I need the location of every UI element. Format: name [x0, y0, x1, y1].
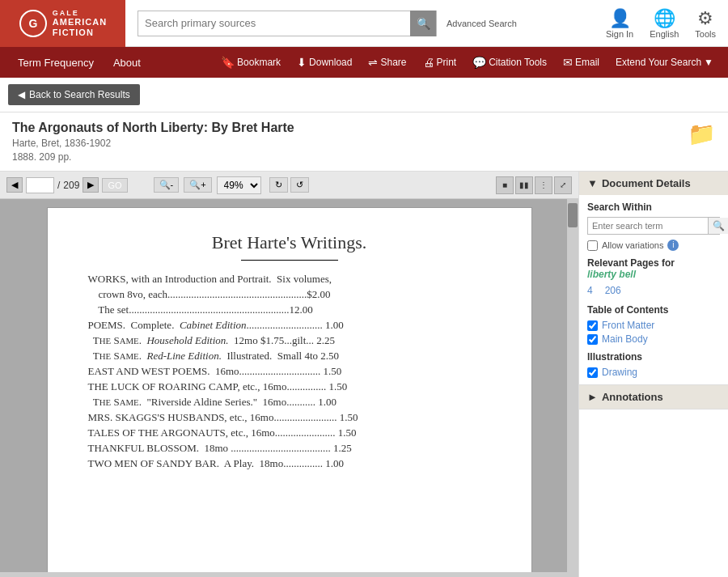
- allow-variations-row: Allow variations i: [587, 240, 720, 251]
- vertical-scrollbar[interactable]: [567, 199, 578, 577]
- document-details-body: Search Within 🔍 Allow variations i Relev…: [579, 195, 728, 384]
- gale-logo-icon: G: [19, 9, 48, 38]
- globe-icon: 🌐: [654, 8, 675, 29]
- document-header: The Argonauts of North Liberty: By Bret …: [0, 112, 728, 172]
- horizontal-scrollbar[interactable]: [0, 572, 578, 577]
- page-number-input[interactable]: 1: [26, 177, 54, 193]
- search-input[interactable]: [138, 17, 410, 29]
- refresh-button[interactable]: ↻: [269, 177, 288, 193]
- allow-variations-checkbox[interactable]: [587, 240, 598, 251]
- search-within-box[interactable]: 🔍: [587, 217, 720, 235]
- share-label: Share: [380, 57, 406, 68]
- extend-search-button[interactable]: Extend Your Search ▼: [609, 47, 720, 78]
- document-date-pages: 1888. 209 pp.: [12, 151, 294, 163]
- entry-7: THE LUCK OF ROARING CAMP, etc., 16mo....…: [88, 380, 491, 393]
- extend-search-arrow: ▼: [704, 57, 713, 68]
- citation-label: Citation Tools: [489, 57, 547, 68]
- svg-text:G: G: [28, 17, 37, 30]
- document-details-label: Document Details: [602, 177, 691, 189]
- zoom-select[interactable]: 49%: [217, 176, 261, 194]
- bookmark-icon: 🔖: [221, 56, 235, 69]
- toc-link-main-body[interactable]: Main Body: [602, 333, 648, 345]
- logo-line2: FICTION: [53, 28, 107, 37]
- next-page-button[interactable]: ▶: [83, 177, 99, 193]
- bookmark-button[interactable]: 🔖 Bookmark: [214, 47, 287, 78]
- toc-item-front-matter: Front Matter: [587, 320, 720, 331]
- annotations-header[interactable]: ► Annotations: [579, 385, 728, 409]
- entry-10: TALES OF THE ARGONAUTS, etc., 16mo......…: [88, 426, 491, 439]
- single-page-icon[interactable]: ■: [496, 176, 514, 194]
- page-num-1[interactable]: 4: [587, 285, 593, 296]
- english-button[interactable]: 🌐 English: [650, 8, 679, 39]
- zoom-out-button[interactable]: 🔍-: [154, 177, 180, 193]
- zoom-in-button[interactable]: 🔍+: [184, 177, 211, 193]
- folder-icon[interactable]: 📁: [688, 121, 716, 147]
- toc-item-main-body: Main Body: [587, 333, 720, 345]
- download-icon: ⬇: [297, 56, 307, 69]
- two-page-icon[interactable]: ▮▮: [515, 176, 533, 194]
- print-button[interactable]: 🖨 Print: [417, 47, 463, 78]
- page-title: Bret Harte's Writings.: [88, 232, 491, 253]
- relevant-highlight: liberty bell: [587, 269, 636, 280]
- share-icon: ⇌: [368, 56, 378, 69]
- entry-9: MRS. SKAGGS'S HUSBANDS, etc., 16mo......…: [88, 411, 491, 424]
- illus-item-drawing: Drawing: [587, 367, 720, 378]
- page-num-2[interactable]: 206: [605, 285, 621, 296]
- search-within-icon[interactable]: 🔍: [708, 218, 728, 234]
- back-bar: ◀ Back to Search Results: [0, 78, 728, 112]
- toc-checkbox-main-body[interactable]: [587, 334, 598, 345]
- page-separator: /: [57, 180, 60, 191]
- entry-2: The set.................................…: [88, 303, 491, 316]
- document-details-header[interactable]: ▼ Document Details: [579, 172, 728, 195]
- search-area: 🔍 Advanced Search: [125, 11, 594, 36]
- rotate-button[interactable]: ↺: [290, 177, 309, 193]
- logo-area[interactable]: G GALE AMERICAN FICTION: [0, 0, 125, 47]
- nav-about[interactable]: About: [104, 47, 150, 78]
- toc-checkbox-front-matter[interactable]: [587, 320, 598, 331]
- allow-variations-label: Allow variations: [602, 240, 663, 250]
- annotations-label: Annotations: [602, 391, 663, 403]
- print-label: Print: [437, 57, 457, 68]
- entry-12: TWO MEN OF SANDY BAR. A Play. 18mo......…: [88, 457, 491, 470]
- entries-list: WORKS, with an Introduction and Portrait…: [88, 273, 491, 470]
- entry-4: THE SAME. Household Edition. 12mo $1.75.…: [88, 334, 491, 347]
- sign-in-button[interactable]: 👤 Sign In: [606, 8, 633, 39]
- nav-term-frequency[interactable]: Term Frequency: [8, 47, 104, 78]
- back-button[interactable]: ◀ Back to Search Results: [8, 84, 140, 105]
- share-button[interactable]: ⇌ Share: [362, 47, 413, 78]
- citation-tools-button[interactable]: 💬 Citation Tools: [466, 47, 553, 78]
- sign-in-label: Sign In: [606, 29, 633, 39]
- email-label: Email: [575, 57, 599, 68]
- email-button[interactable]: ✉ Email: [557, 47, 606, 78]
- go-button[interactable]: GO: [102, 178, 127, 193]
- document-page: Bret Harte's Writings. WORKS, with an In…: [0, 199, 578, 577]
- toc-label: Table of Contents: [587, 304, 720, 316]
- back-button-label: Back to Search Results: [29, 89, 130, 100]
- back-arrow-icon: ◀: [18, 89, 25, 100]
- toc-link-front-matter[interactable]: Front Matter: [602, 320, 654, 331]
- tools-label: Tools: [695, 29, 716, 39]
- page-total: 209: [63, 180, 79, 191]
- user-icon: 👤: [609, 8, 631, 29]
- title-divider: [241, 260, 338, 261]
- illus-checkbox-drawing[interactable]: [587, 367, 598, 378]
- extend-search-label: Extend Your Search: [616, 57, 701, 68]
- prev-page-button[interactable]: ◀: [6, 177, 23, 193]
- thumbnail-icon[interactable]: ⋮: [535, 176, 552, 194]
- search-button[interactable]: 🔍: [410, 11, 436, 36]
- entry-5: THE SAME. Red-Line Edition. Illustrated.…: [88, 350, 491, 363]
- print-icon: 🖨: [423, 56, 434, 69]
- entry-0: WORKS, with an Introduction and Portrait…: [88, 273, 491, 286]
- illustrations-label: Illustrations: [587, 351, 720, 363]
- download-button[interactable]: ⬇ Download: [290, 47, 358, 78]
- illus-link-drawing[interactable]: Drawing: [602, 367, 637, 378]
- fullscreen-icon[interactable]: ⤢: [554, 176, 572, 194]
- tools-button[interactable]: ⚙ Tools: [695, 8, 716, 39]
- gear-icon: ⚙: [697, 8, 713, 29]
- main-content: ◀ 1 / 209 ▶ GO 🔍- 🔍+ 49% ↻ ↺ ■ ▮▮ ⋮ ⤢: [0, 172, 728, 577]
- search-box[interactable]: 🔍: [138, 11, 437, 36]
- search-within-input[interactable]: [588, 218, 708, 233]
- scroll-handle[interactable]: [568, 203, 578, 227]
- info-icon[interactable]: i: [667, 240, 679, 251]
- advanced-search-link[interactable]: Advanced Search: [447, 19, 517, 28]
